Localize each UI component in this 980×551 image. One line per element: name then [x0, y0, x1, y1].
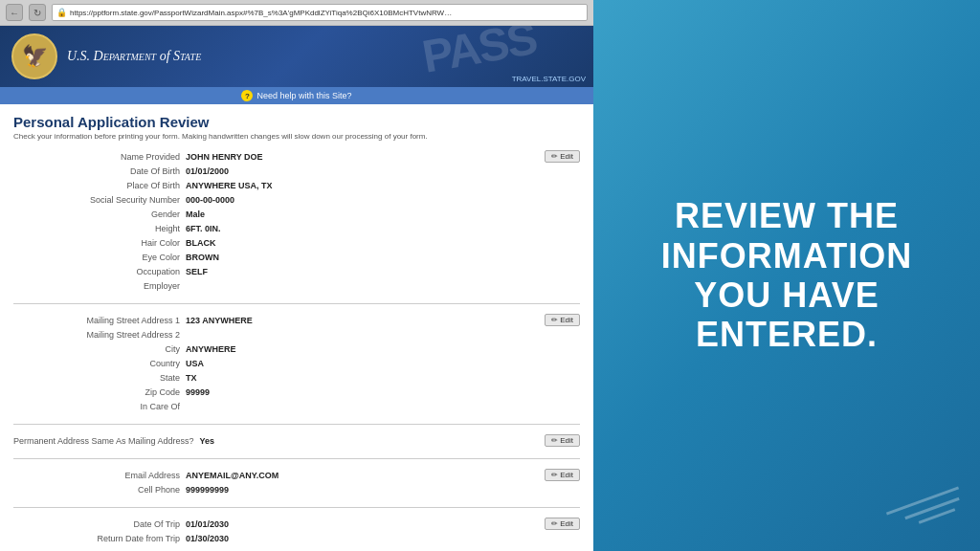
url-text: https://pptform.state.gov/PassportWizard… — [70, 9, 453, 17]
field-label: Cell Phone — [13, 483, 186, 496]
mailing-fields: Mailing Street Address 1 123 ANYWHERE Ma… — [13, 314, 537, 414]
field-value: BLACK — [186, 236, 216, 250]
field-label: Mailing Street Address 1 — [13, 314, 186, 327]
table-row: In Care Of — [13, 400, 537, 413]
table-row: Place Of Birth ANYWHERE USA, TX — [13, 179, 537, 192]
trip-edit-button[interactable]: ✏ Edit — [545, 518, 580, 530]
table-row: Mailing Street Address 1 123 ANYWHERE — [13, 314, 537, 327]
review-line3: YOU HAVE — [661, 276, 912, 315]
dos-title-text: U.S. Department of State — [67, 49, 201, 63]
permanent-edit-button[interactable]: ✏ Edit — [545, 434, 580, 447]
field-label: Employer — [13, 279, 186, 293]
trip-header-row: Date Of Trip 01/01/2030 Return Date from… — [13, 518, 580, 546]
page-content: 🦅 U.S. Department of State PASS TRAVEL.S… — [0, 26, 593, 551]
permanent-section: Permanent Address Same As Mailing Addres… — [13, 434, 580, 459]
field-label: Country — [13, 357, 186, 370]
table-row: Gender Male — [13, 208, 537, 221]
field-label: Return Date from Trip — [13, 532, 186, 545]
field-value: 99999 — [186, 386, 210, 399]
help-bar[interactable]: ? Need help with this Site? — [0, 87, 593, 104]
table-row: Occupation SELF — [13, 265, 537, 278]
form-subtitle: Check your information before printing y… — [13, 132, 580, 141]
contact-edit-button[interactable]: ✏ Edit — [545, 469, 580, 481]
table-row: Height 6FT. 0IN. — [13, 222, 537, 235]
table-row: Return Date from Trip 01/30/2030 — [13, 532, 537, 545]
mailing-edit-button[interactable]: ✏ Edit — [545, 314, 580, 326]
personal-fields: Name Provided JOHN HENRY DOE Date Of Bir… — [13, 150, 537, 294]
field-label: Gender — [13, 208, 186, 221]
table-row: Social Security Number 000-00-0000 — [13, 193, 537, 207]
contact-header-row: Email Address ANYEMAIL@ANY.COM Cell Phon… — [13, 469, 580, 497]
personal-edit-button[interactable]: ✏ Edit — [545, 150, 580, 163]
browser-chrome: ← ↻ 🔒 https://pptform.state.gov/Passport… — [0, 0, 593, 26]
field-label: State — [13, 371, 186, 385]
decorative-lines — [884, 495, 961, 522]
field-value: ANYEMAIL@ANY.COM — [186, 469, 278, 482]
review-line4: ENTERED. — [661, 315, 912, 354]
table-row: Cell Phone 999999999 — [13, 483, 537, 496]
field-value: 6FT. 0IN. — [186, 222, 221, 235]
lock-icon: 🔒 — [56, 8, 67, 17]
field-value: 999999999 — [186, 483, 229, 496]
field-label: City — [13, 342, 186, 356]
browser-panel: ← ↻ 🔒 https://pptform.state.gov/Passport… — [0, 0, 593, 551]
field-value: ANYWHERE — [186, 342, 236, 356]
mailing-section: Mailing Street Address 1 123 ANYWHERE Ma… — [13, 314, 580, 425]
review-line1: REVIEW THE — [661, 196, 912, 235]
contact-fields: Email Address ANYEMAIL@ANY.COM Cell Phon… — [13, 469, 537, 497]
table-row: Country USA — [13, 357, 537, 370]
field-label: Permanent Address Same As Mailing Addres… — [13, 434, 200, 448]
table-row: Permanent Address Same As Mailing Addres… — [13, 434, 537, 448]
field-value: 01/01/2000 — [186, 165, 229, 178]
field-label: Place Of Birth — [13, 179, 186, 192]
table-row: Email Address ANYEMAIL@ANY.COM — [13, 469, 537, 482]
field-value: USA — [186, 357, 204, 370]
table-row: Zip Code 99999 — [13, 386, 537, 399]
table-row: Eye Color BROWN — [13, 251, 537, 264]
table-row: Hair Color BLACK — [13, 236, 537, 250]
seal-icon: 🦅 — [22, 44, 48, 69]
field-value: Male — [186, 208, 205, 221]
dos-title: U.S. Department of State — [67, 49, 201, 64]
url-bar[interactable]: 🔒 https://pptform.state.gov/PassportWiza… — [52, 4, 588, 21]
field-value: 123 ANYWHERE — [186, 314, 253, 327]
help-icon: ? — [241, 90, 253, 101]
help-text: Need help with this Site? — [256, 91, 351, 100]
travel-link: TRAVEL.STATE.GOV — [512, 75, 586, 83]
field-label: Email Address — [13, 469, 186, 482]
contact-section: Email Address ANYEMAIL@ANY.COM Cell Phon… — [13, 469, 580, 508]
field-value: ANYWHERE USA, TX — [186, 179, 273, 192]
field-value: 01/30/2030 — [186, 532, 229, 545]
field-value: JOHN HENRY DOE — [186, 150, 263, 164]
field-value: BROWN — [186, 251, 219, 264]
dos-seal: 🦅 — [11, 33, 57, 79]
field-label: Date Of Birth — [13, 165, 186, 178]
field-value: 000-00-0000 — [186, 193, 234, 207]
permanent-fields: Permanent Address Same As Mailing Addres… — [13, 434, 537, 449]
field-label: Hair Color — [13, 236, 186, 250]
field-value: SELF — [186, 265, 208, 278]
field-label: Eye Color — [13, 251, 186, 264]
form-area: Personal Application Review Check your i… — [0, 104, 593, 551]
field-label: Occupation — [13, 265, 186, 278]
review-line2: INFORMATION — [661, 236, 912, 276]
table-row: Name Provided JOHN HENRY DOE — [13, 150, 537, 164]
field-value: Yes — [200, 434, 215, 448]
field-label: Height — [13, 222, 186, 235]
refresh-button[interactable]: ↻ — [29, 4, 46, 21]
dos-header: 🦅 U.S. Department of State PASS TRAVEL.S… — [0, 26, 593, 87]
field-label: In Care Of — [13, 400, 186, 413]
field-label: Date Of Trip — [13, 518, 186, 531]
back-button[interactable]: ← — [6, 4, 23, 21]
field-label: Mailing Street Address 2 — [13, 328, 186, 342]
table-row: Employer — [13, 279, 537, 293]
field-label: Zip Code — [13, 386, 186, 399]
permanent-header-row: Permanent Address Same As Mailing Addres… — [13, 434, 580, 449]
field-label: Social Security Number — [13, 193, 186, 207]
personal-section: Name Provided JOHN HENRY DOE Date Of Bir… — [13, 150, 580, 304]
table-row: City ANYWHERE — [13, 342, 537, 356]
table-row: State TX — [13, 371, 537, 385]
field-value: TX — [186, 371, 197, 385]
form-title: Personal Application Review — [13, 114, 580, 130]
table-row: Mailing Street Address 2 — [13, 328, 537, 342]
